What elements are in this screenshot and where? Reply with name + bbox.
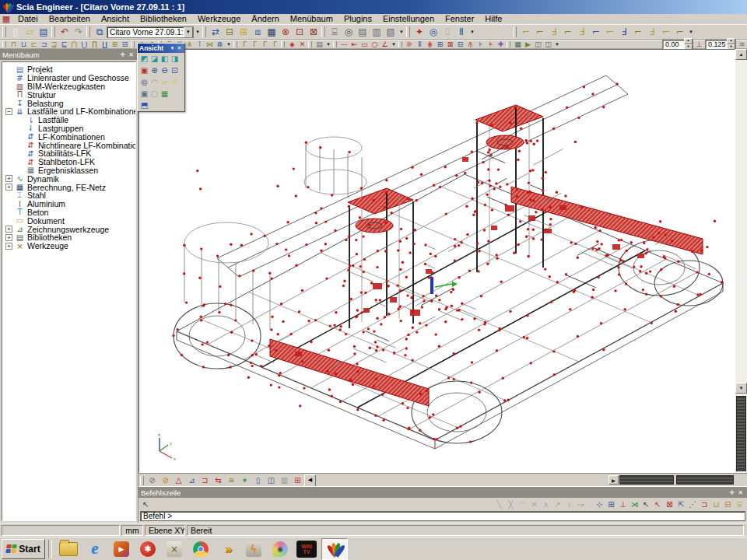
render-mode-button[interactable]: ▣ <box>139 65 149 75</box>
rotation-angle-spinner[interactable]: 0.00▲▼ <box>662 40 693 50</box>
tangent-snap-button[interactable]: ⋰ <box>687 499 699 510</box>
pin-icon[interactable]: ✛ <box>728 489 736 496</box>
results-button[interactable]: ◫ <box>543 40 553 49</box>
midpoint-snap-button[interactable]: ↖ <box>652 499 664 510</box>
search-button[interactable]: ◎ <box>426 26 440 39</box>
beam-button[interactable]: ⊐ <box>39 40 49 49</box>
sidebar-item-belastung[interactable]: ↧Belastung <box>5 99 135 107</box>
ucs-manager-button[interactable]: ⌐ <box>673 26 687 39</box>
new-project-button[interactable]: ▯ <box>9 26 23 39</box>
tree-expander-icon[interactable]: + <box>5 184 12 191</box>
report-button[interactable]: ▥ <box>370 26 384 39</box>
arc-center-snap-button[interactable]: ⊔ <box>710 499 722 510</box>
shrink-members-button[interactable]: ✶ <box>238 474 251 487</box>
snap-line-button[interactable]: ╲ <box>493 499 505 510</box>
ucs-next-button[interactable]: Ⅎ <box>617 26 631 39</box>
structure-overflow-dropdown-icon[interactable]: ▾ <box>225 39 233 50</box>
zoom-all-button[interactable]: ◎ <box>139 77 149 87</box>
displacement-button[interactable]: ⊧ <box>486 40 496 49</box>
perpendicular-snap-button[interactable]: ⇱ <box>675 499 687 510</box>
chain-deselect-button[interactable]: ⊘ <box>159 474 172 487</box>
tree-expander-icon[interactable]: + <box>5 226 12 233</box>
section-3-button[interactable]: Γ <box>260 40 270 49</box>
sidebar-item-stahlbeton-lfk[interactable]: ⇵Stahlbeton-LFK <box>16 158 135 166</box>
spinner-up-icon[interactable]: ▲ <box>727 38 735 44</box>
zoom-out-button[interactable]: ⊖ <box>160 65 170 75</box>
calculator-button[interactable]: ✦ <box>412 26 426 39</box>
chevron-down-icon[interactable]: ▾ <box>169 45 176 51</box>
tree-expander-icon[interactable]: + <box>5 234 12 241</box>
ucs-save-button[interactable]: ⌐ <box>659 26 673 39</box>
snap-direction-button[interactable]: ↗ <box>552 499 563 510</box>
plate-button[interactable]: ⊒ <box>49 40 59 49</box>
draw-circle-button[interactable]: ○ <box>370 40 380 49</box>
sidebar-item-bibliotheken[interactable]: +▤Bibliotheken <box>5 233 135 242</box>
delete-check-button[interactable]: ✕ <box>297 40 307 49</box>
member-2d-button[interactable]: ⊔ <box>19 40 29 49</box>
sidebar-item-zeichnungswerkzeuge[interactable]: +⊿Zeichnungswerkzeuge <box>5 225 135 233</box>
sidebar-item-aluminium[interactable]: IAluminium <box>5 200 135 208</box>
length-snap-button[interactable]: ⊟ <box>722 499 734 510</box>
view-y-button[interactable]: ◪ <box>149 54 160 64</box>
member-data-button[interactable]: ⋒ <box>215 40 225 49</box>
haunch-button[interactable]: ∏ <box>89 40 100 49</box>
intersection-snap-button[interactable]: ⊠ <box>664 499 675 510</box>
chevron-down-icon[interactable]: ▼ <box>184 26 193 38</box>
tree-expander-icon[interactable]: + <box>5 243 12 250</box>
ucs-yz-button[interactable]: Ⅎ <box>547 26 561 39</box>
bim-toolbox-button[interactable]: ▦ <box>513 40 523 49</box>
grid-step-spinner[interactable]: 0.125▲▼ <box>705 40 736 50</box>
selection-pointer-icon[interactable]: ↖ <box>140 499 152 510</box>
bim-overflow-dropdown-icon[interactable]: ▾ <box>553 39 561 50</box>
draw-overflow-dropdown-icon[interactable]: ▾ <box>390 39 398 50</box>
cursor-snap-button[interactable]: ⊹ <box>594 499 605 510</box>
project-settings-button[interactable]: ⇄ <box>209 26 223 39</box>
print-button[interactable]: ⌸ <box>328 26 342 39</box>
grid-snap-button[interactable]: ⊞ <box>605 499 617 510</box>
sidebar-item-linienraster-und-geschosse[interactable]: #Linienraster und Geschosse <box>5 74 135 82</box>
sidebar-item-struktur[interactable]: ΠStruktur <box>5 90 135 99</box>
menu-andern[interactable]: Ändern <box>246 14 284 24</box>
activity-button[interactable]: ⊞ <box>237 26 251 39</box>
ucs-origin-button[interactable]: ⌐ <box>589 26 603 39</box>
spinner-up-icon[interactable]: ▲ <box>684 38 693 44</box>
delete-load-button[interactable]: ⊠ <box>445 40 455 49</box>
truss-button[interactable]: ⊟ <box>120 40 130 49</box>
ucs-view-button[interactable]: ⌐ <box>631 26 645 39</box>
ucs-overflow-dropdown-icon[interactable]: ▾ <box>687 26 695 37</box>
save-button[interactable]: ▤ <box>37 26 51 39</box>
sidebar-item-projekt[interactable]: ▤Projekt <box>5 65 135 74</box>
member-1d-button[interactable]: ⊓ <box>9 40 19 49</box>
close-icon[interactable]: ✕ <box>127 51 135 58</box>
ucs-xy-button[interactable]: ⌐ <box>519 26 533 39</box>
sidebar-item-lastfalle[interactable]: ⇂Lastfälle <box>16 116 135 124</box>
menu-bearbeiten[interactable]: Bearbeiten <box>44 14 96 24</box>
sidebar-item-nichtlineare-lf-kombinationen[interactable]: ⇵Nichtlineare LF-Kombinationen <box>16 141 135 149</box>
sidebar-item-lf-kombinationen[interactable]: ⇵LF-Kombinationen <box>16 132 135 141</box>
draw-rectangle-button[interactable]: ▭ <box>359 40 370 49</box>
picture-button[interactable]: ⊠ <box>307 26 321 39</box>
sidebar-item-dynamik[interactable]: +∿Dynamik <box>5 174 135 183</box>
snap-peak-button[interactable]: ∧ <box>540 499 552 510</box>
export-button[interactable]: ▧ <box>384 26 398 39</box>
start-button[interactable]: Start <box>2 539 45 559</box>
close-icon[interactable]: ✕ <box>176 45 183 51</box>
sidebar-item-stahl[interactable]: ⌶Stahl <box>5 191 135 200</box>
menu-datei[interactable]: Datei <box>12 14 44 24</box>
columns-button[interactable]: Ⅱ <box>454 26 468 39</box>
sidebar-item-stabilitats-lfk[interactable]: ⇵Stabilitäts-LFK <box>16 149 135 158</box>
snap-trace-button[interactable]: ↝ <box>575 499 587 510</box>
scroll-up-button[interactable]: ▲ <box>735 49 747 60</box>
clipping-box-button[interactable]: ▦ <box>160 89 170 99</box>
vertical-scrollbar[interactable]: ▲ ▼ <box>735 49 747 473</box>
ortho-button[interactable]: ⊥ <box>617 499 629 510</box>
zoom-selection-button[interactable]: ◠ <box>149 77 160 87</box>
snap-cross-button[interactable]: ╳ <box>505 499 517 510</box>
draw-line-button[interactable]: — <box>339 40 349 49</box>
window-selector[interactable]: Citaro Vorne 27.09.1:▼ <box>107 26 194 38</box>
table-button[interactable]: ▦ <box>265 26 279 39</box>
surface-load-button[interactable]: ⋕ <box>425 40 435 49</box>
layers-button[interactable]: ⊟ <box>223 26 237 39</box>
grid-member-button[interactable]: ⊞ <box>110 40 120 49</box>
dimension-button[interactable]: ⇤ <box>349 40 359 49</box>
